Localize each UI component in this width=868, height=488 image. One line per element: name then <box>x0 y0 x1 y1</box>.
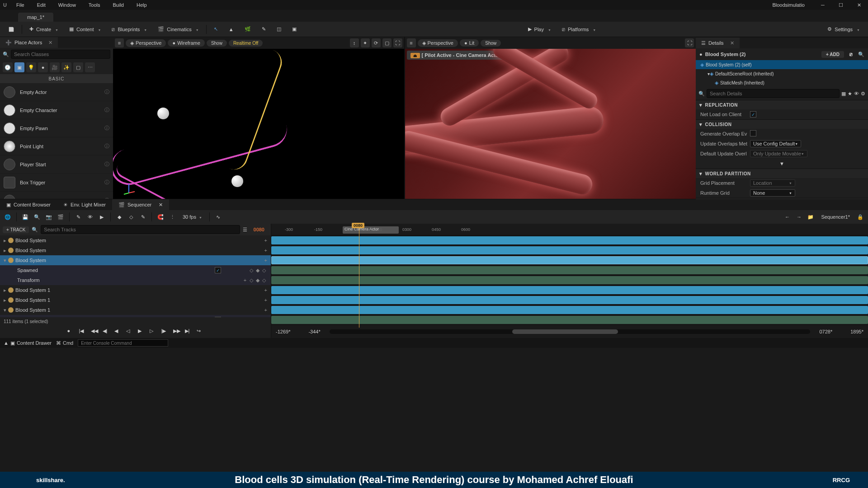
next-key-icon[interactable]: ◇ <box>261 277 267 283</box>
timeline-clip[interactable] <box>271 306 868 314</box>
vp-maximize-button[interactable]: ⛶ <box>685 38 694 47</box>
volumes-icon[interactable]: ▢ <box>73 62 83 72</box>
actor-empty-actor[interactable]: Empty Actorⓘ <box>0 83 113 101</box>
prev-key-button[interactable]: ◀| <box>103 328 110 335</box>
content-drawer-button[interactable]: ▲▣Content Drawer <box>4 340 52 346</box>
sequencer-track[interactable]: ▾Blood System 1+ <box>0 305 271 315</box>
prev-key-icon[interactable]: ◇ <box>248 267 255 273</box>
lights-icon[interactable]: 💡 <box>26 62 36 72</box>
vp-menu-button[interactable]: ≡ <box>407 38 416 47</box>
landscape-button[interactable]: ▲ <box>224 23 238 35</box>
content-button[interactable]: ▦Content <box>65 23 105 35</box>
settings-button[interactable]: ⚙Settings <box>823 23 864 35</box>
dropdown[interactable]: None▼ <box>750 189 795 197</box>
visual-icon[interactable]: ✨ <box>61 62 71 72</box>
actor-empty-pawn[interactable]: Empty Pawnⓘ <box>0 119 113 137</box>
timeline-clip[interactable] <box>271 256 868 264</box>
menu-tools[interactable]: Tools <box>82 0 107 10</box>
component-row[interactable]: ▾ ◈DefaultSceneRoot (Inherited) <box>696 69 868 78</box>
map-tab[interactable]: map_1* <box>18 13 53 22</box>
timeline-clip[interactable] <box>271 296 868 304</box>
add-icon[interactable]: + <box>264 258 267 263</box>
brush-button[interactable]: ▣ <box>288 23 301 35</box>
create-button[interactable]: ✚Create <box>25 23 63 35</box>
menu-file[interactable]: File <box>10 0 31 10</box>
save-button[interactable] <box>4 23 19 35</box>
next-key-button[interactable]: |▶ <box>161 328 169 335</box>
loop-button[interactable]: ↪ <box>197 328 204 335</box>
actor-empty-character[interactable]: Empty Characterⓘ <box>0 101 113 119</box>
play-forward-button[interactable]: ▶ <box>138 328 145 335</box>
seq-lock-button[interactable]: 🔒 <box>855 212 865 222</box>
seq-autokey-button[interactable]: ◆ <box>114 212 124 222</box>
sequencer-timeline[interactable]: -300 -150 0000 0150 0300 0450 0600 0080 … <box>271 224 868 338</box>
add-icon[interactable]: + <box>264 297 267 303</box>
seq-vis-button[interactable]: 👁 <box>85 212 95 222</box>
info-icon[interactable]: ⓘ <box>104 89 109 95</box>
minimize-button[interactable]: ─ <box>814 0 832 10</box>
sequencer-tab[interactable]: 🎬Sequencer✕ <box>112 199 169 210</box>
grid-icon[interactable]: ▦ <box>841 91 846 97</box>
filter-icon[interactable]: ☰ <box>243 227 247 233</box>
timeline-scrollbar[interactable] <box>330 329 811 334</box>
add-icon[interactable]: + <box>264 248 267 253</box>
vp-menu-button[interactable]: ≡ <box>115 38 124 47</box>
actor-box-trigger[interactable]: Box Triggerⓘ <box>0 174 113 192</box>
vp-wireframe-button[interactable]: ●Wireframe <box>168 39 204 47</box>
vp-realtime-button[interactable]: Realtime Off <box>229 40 263 47</box>
seq-curve-button[interactable]: ∿ <box>213 212 223 222</box>
browse-icon-button[interactable]: 🔍 <box>858 52 864 57</box>
viewport-right-canvas[interactable]: ⏏[ Pilot Active - Cine Camera Actor ] <box>405 49 696 199</box>
key-icon[interactable]: ◆ <box>255 277 261 283</box>
fps-dropdown[interactable]: 30 fps <box>179 214 206 220</box>
viewport-left-canvas[interactable] <box>113 49 404 199</box>
seq-edit-button[interactable]: ✎ <box>138 212 148 222</box>
content-browser-tab[interactable]: ▣Content Browser <box>0 199 57 210</box>
vp-gizmo-3[interactable]: ⟳ <box>372 38 381 47</box>
actor-player-start[interactable]: Player Startⓘ <box>0 155 113 174</box>
actor-point-light[interactable]: Point Lightⓘ <box>0 137 113 155</box>
recent-icon[interactable]: 🕘 <box>3 62 13 72</box>
seq-folder-button[interactable]: 📁 <box>806 212 816 222</box>
pilot-banner[interactable]: ⏏[ Pilot Active - Cine Camera Actor ] <box>407 51 507 60</box>
seq-snap-menu[interactable]: ⋮ <box>167 212 177 222</box>
seq-find-button[interactable]: 🔍 <box>32 212 42 222</box>
section-header-collision[interactable]: ▾Collision <box>696 120 868 129</box>
viewport-left[interactable]: ≡ ◈Perspective ●Wireframe Show Realtime … <box>113 37 404 199</box>
close-button[interactable]: ✕ <box>850 0 868 10</box>
add-key-icon[interactable]: + <box>242 277 248 283</box>
checkbox[interactable] <box>750 130 756 136</box>
eye-icon[interactable]: 👁 <box>854 91 859 96</box>
info-icon[interactable]: ⓘ <box>104 107 109 113</box>
info-icon[interactable]: ⓘ <box>104 161 109 168</box>
close-icon[interactable]: ✕ <box>159 202 163 208</box>
search-classes-input[interactable] <box>11 50 110 59</box>
work-start[interactable]: -344* <box>308 329 320 334</box>
all-icon[interactable]: ⋯ <box>85 62 95 72</box>
place-actors-tab[interactable]: ➕ Place Actors ✕ <box>0 37 58 48</box>
search-tracks-input[interactable] <box>41 225 240 234</box>
seq-key-button[interactable]: ✎ <box>73 212 83 222</box>
platforms-button[interactable]: ⎚Platforms <box>557 23 600 35</box>
vp-maximize-button[interactable]: ⛶ <box>393 38 402 47</box>
info-icon[interactable]: ⓘ <box>104 197 109 199</box>
play-button[interactable]: ▶Play <box>524 23 556 35</box>
maximize-button[interactable]: ☐ <box>832 0 850 10</box>
add-track-button[interactable]: + TRACK <box>3 226 29 233</box>
cmd-button[interactable]: ⌘Cmd <box>56 340 73 346</box>
vp-perspective-button[interactable]: ◈Perspective <box>126 39 166 47</box>
menu-edit[interactable]: Edit <box>31 0 52 10</box>
select-mode-button[interactable]: ↖ <box>209 23 222 35</box>
fracture-button[interactable]: ◫ <box>272 23 286 35</box>
info-icon[interactable]: ⓘ <box>104 179 109 186</box>
close-icon[interactable]: ✕ <box>48 40 52 46</box>
vp-gizmo-2[interactable]: ✦ <box>361 38 370 47</box>
vp-perspective-button[interactable]: ◈Perspective <box>418 39 458 47</box>
seq-fwd-button[interactable]: → <box>794 212 804 222</box>
sequencer-track[interactable]: ▾Blood System+ <box>0 255 271 265</box>
sequencer-track[interactable]: ▸Blood System 1+ <box>0 285 271 295</box>
frame-back-button[interactable]: ◀ <box>114 328 122 335</box>
menu-build[interactable]: Build <box>107 0 130 10</box>
vp-camera-button[interactable]: ▢ <box>382 38 392 47</box>
seq-play-button[interactable]: ▶ <box>97 212 107 222</box>
